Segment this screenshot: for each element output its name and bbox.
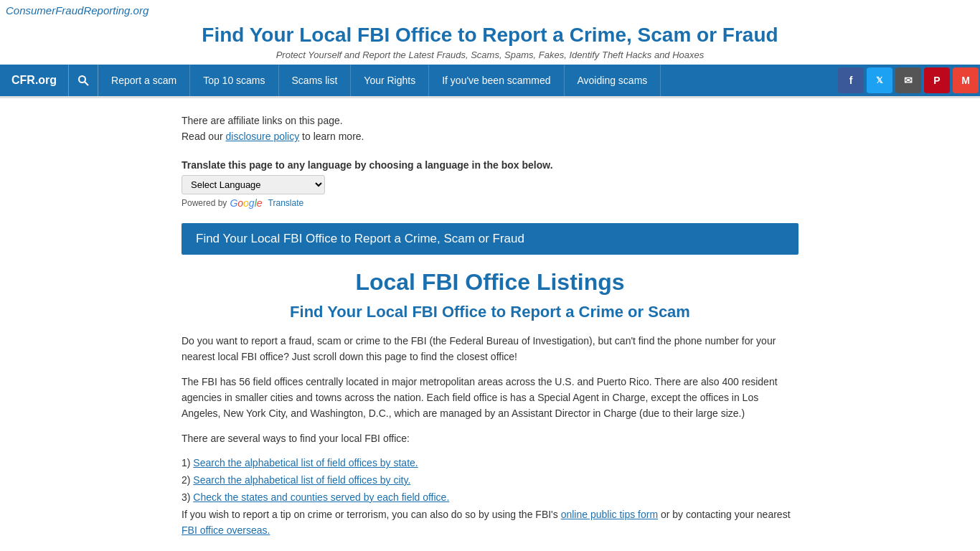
nav-item-avoiding-scams[interactable]: Avoiding scams (565, 65, 661, 96)
social-icons-group: f 𝕏 ✉ P M (837, 65, 980, 96)
nav-item-if-scammed[interactable]: If you've been scammed (429, 65, 564, 96)
affiliate-notice: There are affiliate links on this page. … (182, 113, 798, 145)
nav-item-your-rights[interactable]: Your Rights (351, 65, 429, 96)
google-logo: Google (230, 197, 262, 209)
main-title: Find Your Local FBI Office to Report a C… (14, 24, 966, 47)
translate-label: Translate this page to any language by c… (182, 159, 798, 171)
ways-link-1[interactable]: Search the alphabetical list of field of… (193, 457, 418, 468)
site-name-bar: ConsumerFraudReporting.org (0, 0, 980, 18)
svg-point-0 (79, 76, 85, 83)
ways-link-2[interactable]: Search the alphabetical list of field of… (193, 474, 410, 486)
facebook-icon[interactable]: f (838, 67, 864, 93)
local-fbi-title: Local FBI Office Listings (182, 269, 798, 296)
language-select[interactable]: Select Language (182, 175, 325, 194)
navbar: CFR.org Report a scam Top 10 scams Scams… (0, 65, 980, 96)
translate-box: Translate this page to any language by c… (182, 159, 798, 209)
nav-item-top-10-scams[interactable]: Top 10 scams (190, 65, 278, 96)
nav-items: Report a scam Top 10 scams Scams list Yo… (98, 65, 837, 96)
search-icon (77, 75, 89, 86)
affiliate-line2-before: Read our (182, 131, 225, 142)
twitter-icon[interactable]: 𝕏 (867, 67, 892, 93)
content-area: There are affiliate links on this page. … (167, 113, 813, 538)
ways-list-item-3: 3) Check the states and counties served … (182, 489, 798, 507)
ways-intro: There are several ways to find your loca… (182, 430, 798, 446)
powered-by-text: Powered by (182, 198, 227, 208)
main-header: Find Your Local FBI Office to Report a C… (0, 18, 980, 65)
ways-list: 1) Search the alphabetical list of field… (182, 455, 798, 506)
affiliate-line1: There are affiliate links on this page. (182, 115, 343, 126)
pinterest-icon[interactable]: P (924, 67, 950, 93)
powered-by: Powered by Google Translate (182, 197, 798, 209)
translate-button-text[interactable]: Translate (268, 198, 304, 208)
affiliate-line2-after: to learn more. (299, 131, 364, 142)
nav-search-button[interactable] (69, 65, 98, 96)
nav-item-scams-list[interactable]: Scams list (279, 65, 352, 96)
svg-line-1 (85, 82, 88, 85)
disclosure-policy-link[interactable]: disclosure policy (225, 131, 299, 142)
gmail-icon[interactable]: M (953, 67, 979, 93)
online-tips-link[interactable]: online public tips form (561, 509, 658, 520)
body-para2: The FBI has 56 field offices centrally l… (182, 374, 798, 422)
body-para-tip: If you wish to report a tip on crime or … (182, 507, 798, 539)
blue-banner: Find Your Local FBI Office to Report a C… (182, 223, 798, 255)
ways-link-3[interactable]: Check the states and counties served by … (193, 491, 449, 503)
site-name-link[interactable]: ConsumerFraudReporting.org (6, 4, 149, 17)
ways-list-item-2: 2) Search the alphabetical list of field… (182, 472, 798, 489)
local-fbi-subtitle: Find Your Local FBI Office to Report a C… (182, 303, 798, 321)
fbi-office-overseas-link[interactable]: FBI office overseas. (182, 524, 270, 536)
email-icon[interactable]: ✉ (895, 67, 921, 93)
tagline: Protect Yourself and Report the Latest F… (14, 50, 966, 60)
ways-list-item-1: 1) Search the alphabetical list of field… (182, 455, 798, 472)
nav-logo[interactable]: CFR.org (0, 65, 69, 96)
body-para1: Do you want to report a fraud, scam or c… (182, 333, 798, 365)
separator (0, 96, 980, 98)
nav-item-report-scam[interactable]: Report a scam (98, 65, 190, 96)
